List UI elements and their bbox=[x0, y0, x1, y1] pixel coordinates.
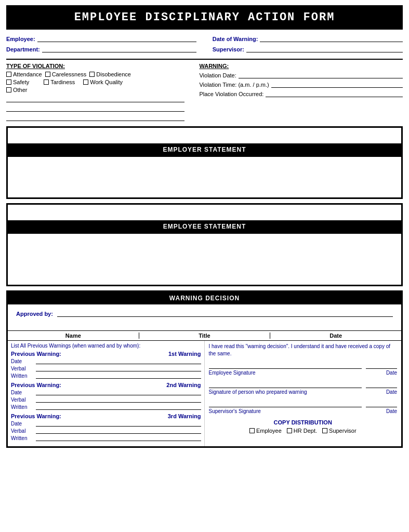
other-lines bbox=[6, 95, 194, 121]
violation-time-input[interactable] bbox=[271, 81, 403, 88]
attendance-checkbox[interactable] bbox=[6, 72, 11, 77]
supervisor-sig-date-line[interactable] bbox=[366, 400, 397, 407]
tardiness-checkbox[interactable] bbox=[44, 79, 49, 85]
third-written-input[interactable] bbox=[36, 435, 201, 441]
third-warning-block: Previous Warning: 3rd Warning Date Verba… bbox=[11, 413, 201, 441]
copy-employee-label: Employee bbox=[256, 428, 282, 434]
violation-place-input[interactable] bbox=[266, 90, 403, 97]
second-warning-label: 2nd Warning bbox=[166, 382, 201, 388]
safety-label: Safety bbox=[13, 79, 29, 85]
preparer-sig-date-line[interactable] bbox=[366, 381, 397, 388]
supervisor-sig-block: Supervisor's Signature Date bbox=[209, 400, 398, 414]
third-verbal-input[interactable] bbox=[36, 428, 201, 434]
first-date-input[interactable] bbox=[36, 358, 201, 364]
left-fields: Employee: Department: bbox=[6, 35, 196, 56]
warning-decision-heading: WARNING DECISION bbox=[8, 292, 401, 304]
employee-input[interactable] bbox=[37, 35, 197, 42]
first-warning-block: Previous Warning: 1st Warning Date Verba… bbox=[11, 351, 201, 379]
form-title: EMPLOYEE DISCIPLINARY ACTION FORM bbox=[6, 5, 403, 30]
violation-date-input[interactable] bbox=[239, 71, 403, 78]
employer-statement-content[interactable] bbox=[8, 156, 401, 197]
employee-statement-top[interactable] bbox=[8, 205, 401, 220]
employee-sig-date-line[interactable] bbox=[366, 362, 397, 369]
employer-statement-heading: EMPLOYER STATEMENT bbox=[8, 143, 401, 156]
date-col: Date bbox=[270, 332, 401, 339]
other-item: Other bbox=[6, 87, 28, 93]
violation-row-2: Safety Tardiness Work Quality bbox=[6, 79, 194, 85]
approved-row: Approved by: bbox=[12, 308, 397, 320]
workquality-checkbox[interactable] bbox=[83, 79, 88, 85]
approved-by-label: Approved by: bbox=[16, 311, 53, 317]
carelessness-checkbox[interactable] bbox=[45, 72, 50, 77]
prev-warning-3-label: Previous Warning: bbox=[11, 413, 61, 419]
copy-employee-checkbox[interactable] bbox=[249, 428, 255, 433]
first-written-input[interactable] bbox=[36, 373, 201, 379]
prev-warning-1-label: Previous Warning: bbox=[11, 351, 61, 357]
other-checkbox[interactable] bbox=[6, 87, 11, 92]
employee-sig-block: Employee Signature Date bbox=[209, 362, 398, 376]
second-verbal-label: Verbal bbox=[11, 397, 36, 403]
violation-warning-section: TYPE OF VIOLATION: Attendance Carelessne… bbox=[6, 63, 403, 123]
first-verbal-row: Verbal bbox=[11, 365, 201, 371]
violation-time-label: Violation Time: (a.m. / p.m.) bbox=[199, 82, 269, 88]
first-date-label: Date bbox=[11, 358, 36, 364]
copy-supervisor-checkbox[interactable] bbox=[322, 428, 327, 433]
third-date-input[interactable] bbox=[36, 420, 201, 427]
first-verbal-input[interactable] bbox=[36, 365, 201, 371]
second-date-label: Date bbox=[11, 390, 36, 395]
violation-time-row: Violation Time: (a.m. / p.m.) bbox=[199, 81, 403, 88]
department-label: Department: bbox=[6, 46, 40, 52]
date-of-warning-label: Date of Warning: bbox=[213, 36, 258, 42]
disobedience-item: Disobedience bbox=[89, 71, 131, 77]
employee-statement-heading: EMPLOYEE STATEMENT bbox=[8, 220, 401, 233]
employee-statement-box: EMPLOYEE STATEMENT bbox=[6, 203, 403, 286]
supervisor-label: Supervisor: bbox=[213, 46, 244, 52]
preparer-sig-line[interactable] bbox=[209, 381, 362, 388]
read-notice: I have read this "warning decision". I u… bbox=[209, 343, 398, 357]
name-title-date-row: Name Title Date bbox=[8, 330, 401, 341]
other-line-2[interactable] bbox=[6, 104, 184, 112]
department-row: Department: bbox=[6, 45, 196, 52]
second-written-label: Written bbox=[11, 404, 36, 410]
approved-by-input[interactable] bbox=[57, 310, 393, 317]
supervisor-row: Supervisor: bbox=[213, 45, 403, 52]
safety-item: Safety bbox=[6, 79, 29, 85]
copy-hr-checkbox[interactable] bbox=[287, 428, 292, 433]
copy-supervisor-label: Supervisor bbox=[329, 428, 357, 434]
copy-dist-title: COPY DISTRIBUTION bbox=[209, 419, 398, 425]
first-warning-header: Previous Warning: 1st Warning bbox=[11, 351, 201, 357]
other-line-3[interactable] bbox=[6, 114, 184, 121]
attendance-item: Attendance bbox=[6, 71, 42, 77]
violation-date-row: Violation Date: bbox=[199, 71, 403, 78]
third-written-label: Written bbox=[11, 435, 36, 441]
supervisor-input[interactable] bbox=[246, 45, 403, 52]
copy-dist-row: Employee HR Dept. Supervisor bbox=[209, 428, 398, 434]
second-verbal-input[interactable] bbox=[36, 396, 201, 403]
second-verbal-row: Verbal bbox=[11, 396, 201, 403]
employee-sig-line[interactable] bbox=[209, 362, 362, 369]
second-date-row: Date bbox=[11, 389, 201, 395]
name-col: Name bbox=[8, 332, 139, 339]
warning-column: WARNING: Violation Date: Violation Time:… bbox=[199, 63, 403, 123]
preparer-sig-block: Signature of person who prepared warning… bbox=[209, 381, 398, 395]
carelessness-item: Carelessness bbox=[45, 71, 87, 77]
copy-hr-item: HR Dept. bbox=[287, 428, 317, 434]
workquality-label: Work Quality bbox=[90, 79, 123, 85]
decision-content[interactable]: Approved by: bbox=[8, 304, 401, 330]
other-line-1[interactable] bbox=[6, 95, 184, 102]
second-written-input[interactable] bbox=[36, 404, 201, 410]
safety-checkbox[interactable] bbox=[6, 79, 11, 85]
employer-statement-top[interactable] bbox=[8, 128, 401, 143]
date-of-warning-input[interactable] bbox=[260, 35, 403, 42]
warning-decision-section: WARNING DECISION Approved by: Name Title… bbox=[6, 290, 403, 448]
top-divider bbox=[6, 59, 403, 60]
disobedience-checkbox[interactable] bbox=[89, 72, 95, 77]
employee-statement-content[interactable] bbox=[8, 233, 401, 285]
signatures-column: I have read this "warning decision". I u… bbox=[205, 341, 402, 446]
title-col: Title bbox=[139, 332, 271, 339]
department-input[interactable] bbox=[42, 45, 196, 52]
second-date-input[interactable] bbox=[36, 389, 201, 395]
copy-distribution: COPY DISTRIBUTION Employee HR Dept. Supe… bbox=[209, 419, 398, 434]
supervisor-sig-line[interactable] bbox=[209, 400, 362, 407]
second-warning-block: Previous Warning: 2nd Warning Date Verba… bbox=[11, 382, 201, 410]
